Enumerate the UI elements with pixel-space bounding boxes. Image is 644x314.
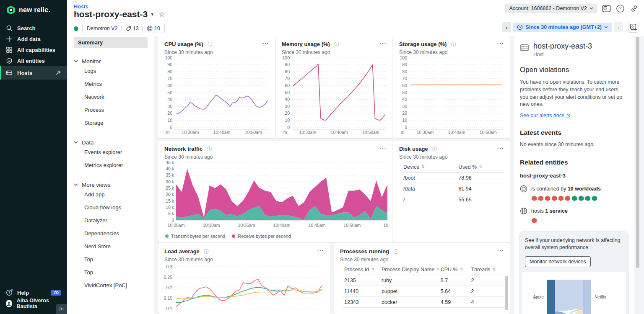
- subnav-item-vividcortex-poc-[interactable]: VividCortex [PoC]: [74, 279, 148, 292]
- info-icon[interactable]: ⓘ: [451, 41, 456, 47]
- new-relic-logo[interactable]: new relic.: [0, 0, 67, 19]
- monitor-network-devices-button[interactable]: Monitor network devices: [525, 256, 591, 267]
- sort-icon[interactable]: ⇅: [460, 268, 463, 271]
- entity-hexagon[interactable]: [592, 196, 597, 201]
- card-menu-icon[interactable]: ⋯: [379, 39, 387, 47]
- time-back-button[interactable]: ‹: [502, 22, 511, 32]
- time-picker[interactable]: Since 30 minutes ago (GMT+2): [513, 23, 612, 32]
- card-menu-icon[interactable]: ⋯: [497, 144, 504, 152]
- subnav-item-cloud-flow-logs[interactable]: Cloud flow logs: [74, 201, 148, 214]
- info-icon[interactable]: ⓘ: [432, 146, 437, 152]
- breadcrumb[interactable]: Hosts: [74, 4, 88, 10]
- legend-item-receive[interactable]: Receive bytes per second: [232, 234, 291, 239]
- time-forward-button[interactable]: ›: [614, 22, 623, 32]
- subnav-item-events-explorer[interactable]: Events explorer: [74, 146, 148, 159]
- sidebar-item-add-data[interactable]: Add data: [0, 33, 67, 44]
- subnav-item-metrics[interactable]: Metrics: [74, 77, 148, 90]
- subnav-item-nerd-store[interactable]: Nerd Store: [74, 240, 148, 253]
- entity-hexagon[interactable]: [578, 196, 584, 201]
- column-header[interactable]: Used %⇅: [457, 164, 504, 170]
- favorite-star-icon[interactable]: ☆: [158, 10, 165, 19]
- info-icon[interactable]: ⓘ: [334, 41, 339, 47]
- pin-icon[interactable]: [55, 70, 61, 76]
- entity-hexagon[interactable]: [545, 196, 551, 201]
- legend-item-transmit[interactable]: Transmit bytes per second: [165, 234, 225, 239]
- subnav-item-top[interactable]: Top: [74, 253, 148, 266]
- column-header[interactable]: Threads⇅: [470, 267, 504, 273]
- entity-hexagon[interactable]: [531, 196, 537, 201]
- entity-hexagon[interactable]: [551, 196, 557, 201]
- storage-usage-chart[interactable]: 0102030405060708090100m10:30am10:40am10:…: [397, 55, 506, 136]
- table-row[interactable]: /55.65: [402, 194, 504, 205]
- column-header[interactable]: Process Display Name⇅: [380, 267, 439, 273]
- table-row[interactable]: /data61.94: [402, 183, 504, 194]
- entity-hexagon[interactable]: [531, 218, 537, 223]
- entity-hexagon[interactable]: [538, 196, 544, 201]
- table-scrollbar[interactable]: [505, 276, 508, 310]
- copy-link-button[interactable]: [629, 3, 639, 13]
- card-menu-icon[interactable]: ⋯: [379, 144, 387, 152]
- entity-meta-pill[interactable]: Demotron V2 | 13 | 10: [82, 24, 165, 33]
- card-menu-icon[interactable]: ⋯: [497, 247, 504, 255]
- sidebar-item-all-capabilities[interactable]: All capabilities: [0, 44, 67, 55]
- subnav-item-summary[interactable]: Summary: [74, 37, 148, 48]
- page-scrollbar[interactable]: [636, 37, 639, 268]
- subnav-item-add-app[interactable]: Add app: [74, 188, 148, 201]
- subnav-item-logs[interactable]: Logs: [74, 64, 148, 77]
- account-switcher[interactable]: Account: 1606862 - Demotron V2: [505, 4, 597, 13]
- table-row[interactable]: 2135ruby5.72: [343, 275, 504, 286]
- info-icon[interactable]: ⓘ: [204, 249, 209, 255]
- subnav-section-data[interactable]: Data: [74, 139, 148, 146]
- column-header[interactable]: Device⇅: [402, 164, 457, 170]
- table-row[interactable]: /boot78.96: [402, 172, 504, 183]
- network-sankey-chart[interactable]: AppleMicrosoft AzureNetflixAmazon + AWSA…: [522, 272, 626, 314]
- alerts-docs-link[interactable]: See our alerts docs: [520, 113, 571, 118]
- subnav-item-top[interactable]: Top: [74, 266, 148, 279]
- sort-icon[interactable]: ⇅: [479, 165, 482, 169]
- card-menu-icon[interactable]: ⋯: [497, 39, 504, 47]
- subnav-item-metrics-explorer[interactable]: Metrics explorer: [74, 159, 148, 172]
- svg-text:0.3: 0.3: [166, 264, 172, 269]
- workload-hexagons[interactable]: [531, 196, 628, 201]
- subnav-section-monitor[interactable]: Monitor: [74, 58, 148, 64]
- subnav-item-network[interactable]: Network: [74, 90, 148, 103]
- network-traffic-chart[interactable]: 05 k10 k15 k20 k25 k30 k35 k40 k45 k10:2…: [162, 160, 389, 229]
- info-icon[interactable]: ⓘ: [394, 249, 399, 255]
- subnav-item-dependencies[interactable]: Dependencies: [74, 227, 148, 240]
- service-hexagons[interactable]: [531, 218, 628, 223]
- entity-hexagon[interactable]: [571, 196, 577, 201]
- column-header[interactable]: CPU %⇅: [439, 267, 470, 273]
- sidebar-item-all-entities[interactable]: All entities: [0, 55, 67, 66]
- help-center-button[interactable]: ?: [615, 3, 625, 13]
- sort-icon[interactable]: ⇅: [421, 165, 425, 169]
- query-console-button[interactable]: [601, 3, 611, 13]
- sidebar-item-help[interactable]: ? Help 70: [0, 287, 67, 298]
- info-icon[interactable]: ⓘ: [208, 41, 213, 47]
- add-to-dashboard-button[interactable]: [628, 22, 639, 33]
- subnav-item-process[interactable]: Process: [74, 103, 148, 116]
- memory-usage-chart[interactable]: 0102030405060708090100m10:30am10:40am10:…: [279, 55, 389, 136]
- column-header[interactable]: Process Id⇅: [343, 267, 380, 273]
- promo-text: See if your underlying network is affect…: [525, 237, 623, 251]
- sort-icon[interactable]: ⇅: [492, 268, 496, 271]
- subnav-item-datalyzer[interactable]: Datalyzer: [74, 214, 148, 227]
- info-icon[interactable]: ⓘ: [207, 146, 212, 152]
- sidebar-item-hosts[interactable]: Hosts: [0, 66, 67, 80]
- cpu-usage-chart[interactable]: 0102030405060708090100m10:30am10:40am10:…: [162, 55, 272, 136]
- subnav-section-more-views[interactable]: More views: [74, 182, 148, 188]
- table-row[interactable]: 11440puppet5.642: [343, 286, 504, 297]
- svg-text:0.25: 0.25: [164, 275, 173, 280]
- table-row[interactable]: 12343docker4.594: [343, 297, 504, 308]
- collapse-sidebar-button[interactable]: [56, 304, 67, 314]
- card-menu-icon[interactable]: ⋯: [317, 247, 324, 255]
- sidebar-item-search[interactable]: Search: [0, 23, 67, 33]
- sort-icon[interactable]: ⇅: [371, 268, 374, 271]
- cell: 61.94: [457, 186, 504, 192]
- title-chevron-down-icon[interactable]: ▾: [151, 11, 153, 17]
- load-average-chart[interactable]: 0.050.10.150.20.250.3: [162, 263, 327, 314]
- entity-hexagon[interactable]: [585, 196, 591, 201]
- entity-hexagon[interactable]: [558, 196, 564, 201]
- card-menu-icon[interactable]: ⋯: [262, 39, 269, 47]
- subnav-item-storage[interactable]: Storage: [74, 116, 148, 129]
- entity-hexagon[interactable]: [565, 196, 571, 201]
